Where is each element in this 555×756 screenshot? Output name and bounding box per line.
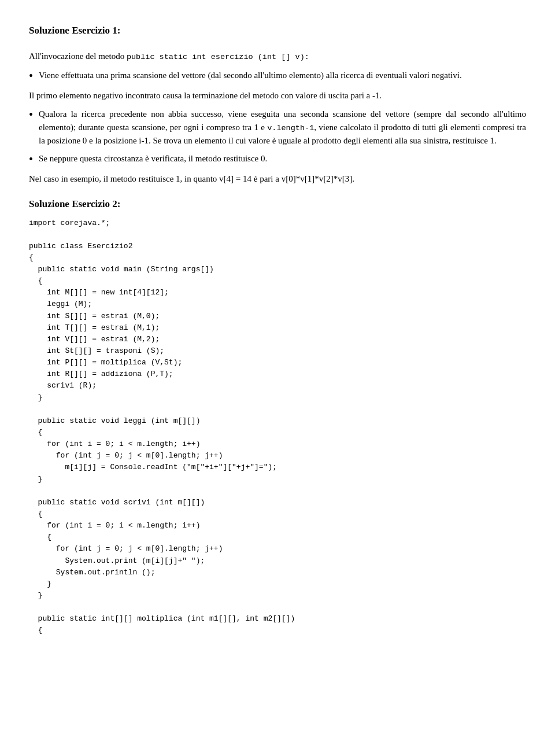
code-block: import corejava.*; public class Esercizi… <box>29 217 526 637</box>
bullet-item-3: • Se neppure questa circostanza è verifi… <box>29 152 526 168</box>
section1-example: Nel caso in esempio, il metodo restituis… <box>29 172 526 186</box>
bullet-text-2: Qualora la ricerca precedente non abbia … <box>39 108 526 147</box>
section2-title: Soluzione Esercizio 2: <box>29 197 526 212</box>
bullet-dot-1: • <box>29 67 33 84</box>
section1-title: Soluzione Esercizio 1: <box>29 23 526 38</box>
page-content: Soluzione Esercizio 1: All'invocazione d… <box>29 23 526 637</box>
section1-para1: Il primo elemento negativo incontrato ca… <box>29 89 526 102</box>
bullet-text-1: Viene effettuata una prima scansione del… <box>39 69 526 82</box>
bullet-dot-2: • <box>29 106 33 123</box>
section1-intro-text: All'invocazione del metodo <box>29 51 124 61</box>
bullet-item-2: • Qualora la ricerca precedente non abbi… <box>29 108 526 147</box>
bullet-dot-3: • <box>29 150 33 168</box>
section1-intro-line: All'invocazione del metodo public static… <box>29 50 526 63</box>
section1-method-sig: public static int esercizio (int [] v): <box>127 53 309 61</box>
bullet-item-1: • Viene effettuata una prima scansione d… <box>29 69 526 84</box>
bullet-text-3: Se neppure questa circostanza è verifica… <box>39 152 526 165</box>
